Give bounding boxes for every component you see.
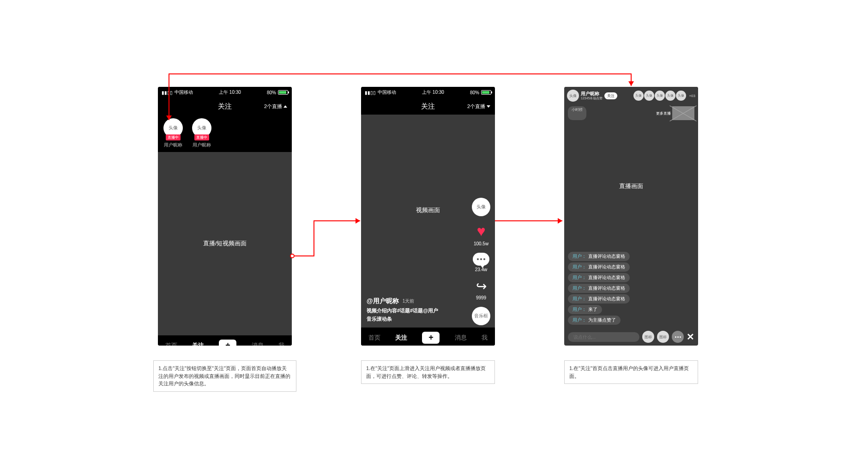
viewer-count: +03 — [689, 94, 695, 98]
tab-bar: 首页 关注 + 消息 我 — [361, 327, 495, 346]
status-bar: ▮▮▯▯中国移动 上午 10:30 80% — [361, 87, 495, 98]
phone-3: 头像 用户昵称 12345本场点赞 关注 头像 头像 头像 头像 头像 +03 … — [564, 87, 698, 346]
video-info: @用户昵称 1天前 视频介绍内容#话题#话题@用户 音乐滚动条 — [367, 297, 489, 322]
host-likes: 12345本场点赞 — [581, 97, 603, 100]
live-comments: 用户：直播评论动态窗格用户：直播评论动态窗格用户：直播评论动态窗格用户：直播评论… — [564, 250, 698, 328]
live-comment-line: 用户：直播评论动态窗格 — [568, 273, 630, 282]
tab-me[interactable]: 我 — [482, 334, 488, 342]
svg-marker-1 — [558, 218, 562, 224]
live-badge: 直播中 — [194, 134, 209, 140]
status-bar: ▮▮▯▯中国移动 上午 10:30 80% — [158, 87, 292, 98]
live-badge: 直播中 — [166, 134, 181, 140]
nav-title: 关注 — [218, 102, 232, 111]
live-comment-line: 用户：直播评论动态窗格 — [568, 262, 630, 272]
like-count: 100.5w — [474, 241, 488, 246]
action-icon-1[interactable]: 图标 — [642, 331, 654, 343]
follow-button[interactable]: 关注 — [604, 92, 617, 99]
leaderboard-pill[interactable]: 小时榜 — [568, 106, 586, 120]
close-icon[interactable]: ✕ — [687, 331, 694, 342]
phone-1: ▮▮▯▯中国移动 上午 10:30 80% 关注 2个直播 头像直播中 用户昵称… — [158, 87, 292, 346]
sub-header: 小时榜 更多直播 — [564, 104, 698, 122]
viewer-avatar[interactable]: 头像 — [644, 91, 654, 101]
phone-2: ▮▮▯▯中国移动 上午 10:30 80% 关注 2个直播 视频画面 头像 ♥ … — [361, 87, 495, 346]
time-ago: 1天前 — [403, 298, 415, 304]
svg-marker-0 — [356, 218, 360, 224]
viewer-avatar[interactable]: 头像 — [655, 91, 665, 101]
uploader-avatar[interactable]: 头像 — [472, 198, 490, 216]
thumbnail-placeholder — [672, 106, 694, 120]
connector-dot — [290, 254, 295, 258]
tab-home[interactable]: 首页 — [165, 341, 177, 346]
annotation-2: 1.在"关注"页面上滑进入关注用户视频或者直播播放页面，可进行点赞、评论、转发等… — [361, 360, 495, 384]
annotation-3: 1.在"关注"首页点击直播用户的头像可进入用户直播页面。 — [564, 360, 698, 384]
avatar[interactable]: 头像直播中 — [192, 118, 211, 138]
live-count-button[interactable]: 2个直播 — [264, 103, 287, 110]
live-comment-line: 用户：直播评论动态窗格 — [568, 294, 630, 304]
viewer-avatar[interactable]: 头像 — [665, 91, 675, 101]
share-button[interactable]: ↪ — [476, 279, 487, 294]
live-avatar-item[interactable]: 头像直播中 用户昵称 — [192, 118, 211, 148]
viewer-list: 头像 头像 头像 头像 头像 — [633, 91, 686, 101]
more-button[interactable] — [672, 331, 684, 343]
comment-button[interactable] — [473, 253, 489, 266]
live-video-area[interactable]: 直播画面 — [564, 122, 698, 250]
live-avatar-item[interactable]: 头像直播中 用户昵称 — [163, 118, 183, 148]
host-name: 用户昵称 — [581, 91, 603, 97]
comment-input[interactable] — [568, 332, 639, 342]
live-comment-line: 用户：直播评论动态窗格 — [568, 284, 630, 293]
host-avatar[interactable]: 头像 — [567, 90, 579, 102]
more-live-button[interactable]: 更多直播 — [656, 106, 694, 120]
add-button[interactable]: + — [422, 332, 440, 344]
tab-message[interactable]: 消息 — [455, 334, 467, 342]
like-button[interactable]: ♥ — [477, 223, 486, 240]
live-header: 头像 用户昵称 12345本场点赞 关注 头像 头像 头像 头像 头像 +03 — [564, 87, 698, 104]
video-area[interactable]: 视频画面 头像 ♥ 100.5w 23.4w ↪ 9999 音乐框 @用户昵称 … — [361, 115, 495, 327]
live-comment-line: 用户：为主播点赞了 — [568, 316, 621, 325]
annotation-1: 1.点击"关注"按钮切换至"关注"页面，页面首页自动播放关注的用户发布的视频或直… — [153, 360, 296, 392]
live-comment-line: 用户：直播评论动态窗格 — [568, 252, 630, 261]
tab-follow[interactable]: 关注 — [395, 334, 407, 342]
add-button[interactable]: + — [219, 340, 236, 346]
tab-message[interactable]: 消息 — [252, 341, 264, 346]
video-area[interactable]: 直播/短视频画面 — [158, 152, 292, 335]
live-count-button[interactable]: 2个直播 — [467, 103, 490, 110]
live-avatar-row: 头像直播中 用户昵称 头像直播中 用户昵称 — [158, 115, 292, 152]
input-row: 图标 图标 ✕ — [564, 328, 698, 346]
svg-marker-2 — [628, 81, 634, 86]
tab-follow[interactable]: 关注 — [192, 341, 204, 346]
live-comment-line: 用户：来了 — [568, 305, 602, 314]
nav-bar: 关注 2个直播 — [158, 98, 292, 115]
username[interactable]: @用户昵称 — [367, 297, 399, 305]
action-icon-2[interactable]: 图标 — [657, 331, 669, 343]
music-text[interactable]: 音乐滚动条 — [367, 316, 489, 322]
tab-home[interactable]: 首页 — [368, 334, 380, 342]
chevron-down-icon — [487, 105, 490, 108]
viewer-avatar[interactable]: 头像 — [676, 91, 686, 101]
avatar[interactable]: 头像直播中 — [163, 118, 183, 138]
nav-bar: 关注 2个直播 — [361, 98, 495, 115]
nav-title: 关注 — [421, 102, 435, 111]
video-caption[interactable]: 视频介绍内容#话题#话题@用户 — [367, 307, 489, 314]
chevron-up-icon — [283, 105, 287, 108]
tab-bar: 首页 关注 + 消息 我 — [158, 335, 292, 346]
viewer-avatar[interactable]: 头像 — [633, 91, 644, 101]
tab-me[interactable]: 我 — [278, 341, 284, 346]
